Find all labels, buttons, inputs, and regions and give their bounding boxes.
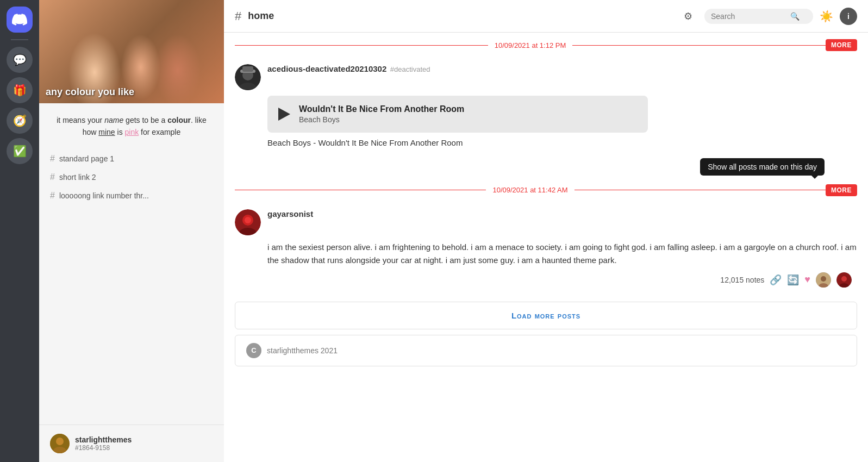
theme-toggle-button[interactable]: ☀️ xyxy=(820,10,833,23)
blog-header-image: any colour you like xyxy=(39,0,224,103)
music-card[interactable]: Wouldn't It Be Nice From Another Room Be… xyxy=(267,96,648,133)
post-1-tag: #deactivated xyxy=(390,65,430,73)
footer-label: starlightthemes 2021 xyxy=(267,346,338,355)
date-line-left-1 xyxy=(235,45,488,46)
blog-user-info: starlightthemes #1864-9158 xyxy=(75,435,132,452)
date-line-right-2 xyxy=(574,190,826,190)
search-input[interactable] xyxy=(711,12,787,21)
sidebar-explore-button[interactable]: 🧭 xyxy=(7,108,33,134)
topbar-hash: # xyxy=(235,9,241,23)
music-artist: Beach Boys xyxy=(299,115,637,124)
blog-description: it means your name gets to be a colour. … xyxy=(50,114,213,139)
date-divider-1: 10/09/2021 at 1:12 PM MORE xyxy=(224,33,868,58)
post-2-username: gayarsonist xyxy=(267,209,313,218)
svg-point-1 xyxy=(56,438,64,445)
post-1: acedious-deactivated20210302 #deactivate… xyxy=(224,58,868,158)
hash-icon-3: # xyxy=(50,191,55,201)
blog-user-avatar xyxy=(50,434,70,453)
blog-link-3[interactable]: # looooong link number thr... xyxy=(50,186,213,205)
blog-username: starlightthemes xyxy=(75,435,132,444)
hash-icon-1: # xyxy=(50,154,55,164)
date-divider-2: 10/09/2021 at 11:42 AM MORE xyxy=(224,178,868,203)
load-more-button[interactable]: Load more posts xyxy=(235,302,857,329)
post-2-header: gayarsonist xyxy=(235,209,857,235)
topbar: # home ⚙ 🔍 ☀️ i xyxy=(224,0,868,33)
heart-icon[interactable]: ♥ xyxy=(804,274,810,285)
date-more-button-2[interactable]: MORE xyxy=(826,184,857,196)
hash-icon-2: # xyxy=(50,172,55,182)
settings-button[interactable]: ⚙ xyxy=(678,7,698,26)
post-2-avatar xyxy=(235,209,261,235)
notes-row: 12,015 notes 🔗 🔄 ♥ xyxy=(235,272,857,288)
sidebar-divider xyxy=(11,39,28,40)
note-avatar-2 xyxy=(836,272,852,288)
music-info: Wouldn't It Be Nice From Another Room Be… xyxy=(299,104,637,124)
blog-link-2[interactable]: # short link 2 xyxy=(50,168,213,186)
blog-link-label-2: short link 2 xyxy=(59,173,96,182)
discord-logo-button[interactable] xyxy=(7,7,33,33)
post-2-body: i am the sexiest person alive. i am frig… xyxy=(267,241,857,267)
feed-footer: C starlightthemes 2021 xyxy=(235,335,857,366)
blog-link-1[interactable]: # standard page 1 xyxy=(50,149,213,168)
date-label-2: 10/09/2021 at 11:42 AM xyxy=(486,186,574,194)
post-1-text: Beach Boys - Wouldn't It Be Nice From An… xyxy=(267,137,857,149)
svg-point-11 xyxy=(245,217,251,223)
tooltip: Show all posts made on this day xyxy=(700,158,825,176)
sidebar-chat-button[interactable]: 💬 xyxy=(7,47,33,73)
search-box[interactable]: 🔍 xyxy=(704,9,813,24)
post-1-user-info: acedious-deactivated20210302 #deactivate… xyxy=(267,64,430,74)
play-button[interactable] xyxy=(278,108,290,121)
discord-sidebar: 💬 🎁 🧭 ✅ xyxy=(0,0,39,462)
date-label-1: 10/09/2021 at 1:12 PM xyxy=(488,41,573,49)
topbar-title: home xyxy=(248,10,672,22)
tooltip-text: Show all posts made on this day xyxy=(708,163,817,171)
blog-link-label-1: standard page 1 xyxy=(59,154,114,163)
notes-count: 12,015 notes xyxy=(720,276,764,284)
footer-icon: C xyxy=(246,343,261,358)
post-2-user-info: gayarsonist xyxy=(267,209,313,219)
svg-rect-7 xyxy=(242,66,253,72)
date-line-left-2 xyxy=(235,190,486,190)
reblog-icon[interactable]: 🔄 xyxy=(787,274,799,286)
sidebar-gift-button[interactable]: 🎁 xyxy=(7,77,33,103)
date-more-button-1[interactable]: MORE xyxy=(826,39,857,51)
search-icon: 🔍 xyxy=(790,12,800,21)
music-title: Wouldn't It Be Nice From Another Room xyxy=(299,104,637,114)
svg-point-16 xyxy=(841,276,847,282)
feed: 10/09/2021 at 1:12 PM MORE xyxy=(224,33,868,462)
tooltip-container: Show all posts made on this day xyxy=(235,158,857,176)
post-2: gayarsonist i am the sexiest person aliv… xyxy=(224,203,868,296)
blog-content: it means your name gets to be a colour. … xyxy=(39,103,224,424)
blog-title: any colour you like xyxy=(46,86,134,98)
blog-sidebar: any colour you like it means your name g… xyxy=(39,0,224,462)
info-button[interactable]: i xyxy=(840,8,857,25)
link-icon[interactable]: 🔗 xyxy=(770,274,782,286)
blog-links: # standard page 1 # short link 2 # loooo… xyxy=(50,149,213,205)
svg-point-13 xyxy=(821,276,826,282)
main-content: # home ⚙ 🔍 ☀️ i 10/09/2021 at 1:12 PM MO… xyxy=(224,0,868,462)
blog-handle: #1864-9158 xyxy=(75,444,132,452)
post-1-header: acedious-deactivated20210302 #deactivate… xyxy=(235,64,857,90)
blog-footer: starlightthemes #1864-9158 xyxy=(39,424,224,462)
date-line-right-1 xyxy=(572,45,826,46)
post-1-avatar xyxy=(235,64,261,90)
sidebar-checklist-button[interactable]: ✅ xyxy=(7,138,33,164)
post-1-username: acedious-deactivated20210302 xyxy=(267,64,386,73)
blog-link-label-3: looooong link number thr... xyxy=(59,191,149,200)
note-avatar-1 xyxy=(816,272,831,288)
